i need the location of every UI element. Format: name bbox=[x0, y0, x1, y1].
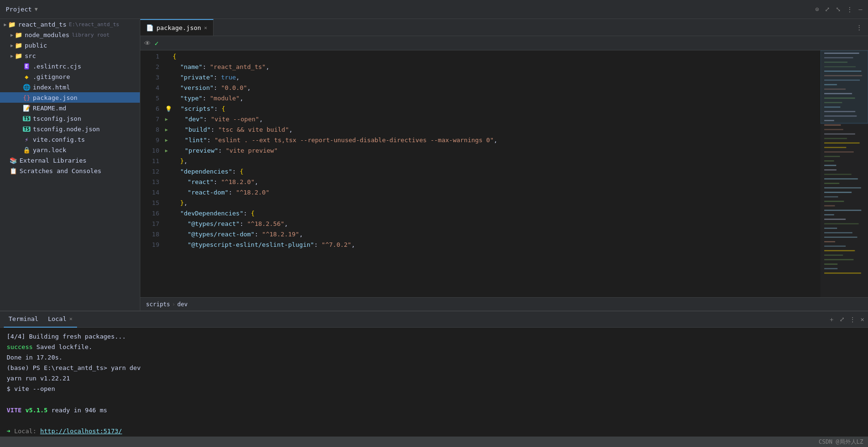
sidebar-item-readme[interactable]: 📝README.md bbox=[0, 103, 140, 113]
file-icon-tsconfig_node: TS bbox=[23, 126, 30, 132]
sidebar-label-tsconfig_node: tsconfig.node.json bbox=[33, 126, 100, 133]
sidebar-label-tsconfig: tsconfig.json bbox=[33, 115, 81, 122]
line-numbers: 12345678910111213141516171819 bbox=[140, 50, 163, 297]
code-line-12: "dependencies": { bbox=[163, 166, 820, 177]
terminal-tabs: Terminal Local ✕ ＋ ⤢ ⋮ ✕ bbox=[0, 311, 868, 328]
line-number-12: 12 bbox=[140, 166, 159, 177]
terminal-line-5: $ vite --open bbox=[7, 384, 861, 394]
terminal-line-2: Done in 17.20s. bbox=[7, 352, 861, 363]
terminal-line-3: (base) PS E:\react_antd_ts> yarn dev bbox=[7, 363, 861, 373]
code-line-7: ▶ "dev": "vite --open", bbox=[163, 114, 820, 125]
terminal-more-button[interactable]: ⋮ bbox=[849, 316, 856, 323]
terminal-tab-local[interactable]: Terminal bbox=[4, 311, 43, 328]
code-line-14: "react-dom": "^18.2.0" bbox=[163, 187, 820, 198]
project-label[interactable]: Project bbox=[6, 6, 32, 13]
code-line-8: ▶ "build": "tsc && vite build", bbox=[163, 125, 820, 135]
shrink-icon[interactable]: ⤡ bbox=[836, 6, 841, 13]
file-icon-eslintrc: E bbox=[23, 63, 30, 69]
code-line-18: "@types/react-dom": "^18.2.19", bbox=[163, 229, 820, 240]
terminal-line-8 bbox=[7, 416, 861, 426]
code-content[interactable]: { "name": "react_antd_ts", "private": tr… bbox=[163, 50, 820, 297]
tab-close-button[interactable]: ✕ bbox=[204, 25, 207, 31]
sidebar-label-eslintrc: .eslintrc.cjs bbox=[33, 63, 81, 70]
sidebar-item-tsconfig[interactable]: TStsconfig.json bbox=[0, 113, 140, 124]
file-icon-vite_config: ⚡ bbox=[23, 136, 30, 143]
expand-icon[interactable]: ⤢ bbox=[825, 6, 830, 13]
code-line-17: "@types/react": "^18.2.56", bbox=[163, 219, 820, 229]
sidebar-item-public[interactable]: ▶📁public bbox=[0, 40, 140, 50]
line-number-1: 1 bbox=[140, 51, 159, 62]
sidebar-item-vite_config[interactable]: ⚡vite.config.ts bbox=[0, 134, 140, 145]
folder-arrow-public: ▶ bbox=[10, 43, 13, 48]
breadcrumb-dev[interactable]: dev bbox=[177, 301, 188, 308]
run-arrow-10[interactable]: ▶ bbox=[165, 146, 168, 156]
line-number-7: 7 bbox=[140, 114, 159, 125]
minimap bbox=[820, 50, 868, 297]
file-icon-package_json: {} bbox=[23, 94, 30, 101]
line-number-6: 6 bbox=[140, 104, 159, 114]
terminal-line-9: ➜ Local: http://localhost:5173/ bbox=[7, 426, 861, 437]
file-icon-tsconfig: TS bbox=[23, 116, 30, 121]
file-icon-src: 📁 bbox=[15, 52, 22, 59]
terminal-area: Terminal Local ✕ ＋ ⤢ ⋮ ✕ [4/4] Building … bbox=[0, 311, 868, 437]
sidebar-item-src[interactable]: ▶📁src bbox=[0, 50, 140, 61]
sidebar-item-eslintrc[interactable]: E.eslintrc.cjs bbox=[0, 61, 140, 71]
tab-label: package.json bbox=[156, 24, 201, 31]
breadcrumb-scripts[interactable]: scripts bbox=[146, 301, 170, 308]
sidebar-label-external_libs: External Libraries bbox=[20, 157, 87, 164]
sidebar-item-yarn_lock[interactable]: 🔒yarn.lock bbox=[0, 145, 140, 155]
settings-icon[interactable]: ⊙ bbox=[815, 6, 819, 13]
terminal-close-button[interactable]: ✕ bbox=[69, 316, 73, 322]
code-line-19: "@typescript-eslint/eslint-plugin": "^7.… bbox=[163, 240, 820, 250]
sidebar-item-external_libs[interactable]: 📚External Libraries bbox=[0, 155, 140, 165]
sidebar-label-react_antd_ts: react_antd_ts bbox=[18, 21, 67, 28]
terminal-content[interactable]: [4/4] Building fresh packages...success … bbox=[0, 328, 868, 437]
run-arrow-9[interactable]: ▶ bbox=[165, 135, 168, 146]
file-icon-gitignore: ◆ bbox=[23, 73, 30, 80]
line-number-11: 11 bbox=[140, 156, 159, 166]
minimize-icon[interactable]: — bbox=[858, 6, 862, 13]
code-line-2: "name": "react_antd_ts", bbox=[163, 62, 820, 72]
sidebar-label-src: src bbox=[25, 52, 36, 59]
sidebar-item-package_json[interactable]: {}package.json bbox=[0, 92, 140, 103]
sidebar-item-scratches[interactable]: 📋Scratches and Consoles bbox=[0, 165, 140, 176]
sidebar-item-node_modules[interactable]: ▶📁node_moduleslibrary root bbox=[0, 29, 140, 40]
more-icon[interactable]: ⋮ bbox=[847, 6, 853, 13]
add-terminal-button[interactable]: ＋ bbox=[829, 315, 835, 324]
title-bar: Project ▼ ⊙ ⤢ ⤡ ⋮ — bbox=[0, 0, 868, 19]
file-icon-public: 📁 bbox=[15, 42, 22, 49]
sidebar-item-tsconfig_node[interactable]: TStsconfig.node.json bbox=[0, 124, 140, 134]
tab-icon: 📄 bbox=[146, 24, 154, 31]
bulb-icon-6: 💡 bbox=[165, 104, 172, 114]
line-number-19: 19 bbox=[140, 240, 159, 250]
line-number-14: 14 bbox=[140, 187, 159, 198]
line-number-17: 17 bbox=[140, 219, 159, 229]
sidebar-label-node_modules: node_modules bbox=[25, 31, 69, 39]
line-number-2: 2 bbox=[140, 62, 159, 72]
code-line-15: }, bbox=[163, 198, 820, 208]
terminal-line-7: VITE v5.1.5 ready in 946 ms bbox=[7, 405, 861, 416]
run-arrow-8[interactable]: ▶ bbox=[165, 125, 168, 135]
line-number-4: 4 bbox=[140, 83, 159, 93]
line-number-9: 9 bbox=[140, 135, 159, 146]
sidebar-item-gitignore[interactable]: ◆.gitignore bbox=[0, 71, 140, 82]
sidebar-item-react_antd_ts[interactable]: ▶📁react_antd_tsE:\react_antd_ts bbox=[0, 19, 140, 29]
run-arrow-7[interactable]: ▶ bbox=[165, 114, 168, 125]
sidebar-item-index_html[interactable]: 🌐index.html bbox=[0, 82, 140, 92]
status-right: CSDN @局外人LZ bbox=[819, 438, 863, 446]
terminal-close-all-button[interactable]: ✕ bbox=[860, 316, 864, 323]
tab-package-json[interactable]: 📄 package.json ✕ bbox=[140, 19, 214, 36]
terminal-tab-local-item[interactable]: Local ✕ bbox=[43, 311, 78, 328]
local-label: Local bbox=[48, 315, 67, 322]
code-line-1: { bbox=[163, 51, 820, 62]
sidebar-sublabel-node_modules: library root bbox=[72, 32, 109, 38]
eye-icon[interactable]: 👁 bbox=[144, 39, 151, 47]
breadcrumb-bar: scripts › dev bbox=[140, 297, 868, 311]
expand-terminal-button[interactable]: ⤢ bbox=[839, 316, 845, 323]
check-icon[interactable]: ✓ bbox=[155, 39, 158, 47]
title-bar-icons: ⊙ ⤢ ⤡ ⋮ — bbox=[815, 6, 862, 13]
minimap-canvas bbox=[820, 50, 868, 297]
file-icon-node_modules: 📁 bbox=[15, 31, 22, 39]
tab-more-button[interactable]: ⋮ bbox=[850, 24, 868, 31]
folder-arrow-src: ▶ bbox=[10, 53, 13, 58]
